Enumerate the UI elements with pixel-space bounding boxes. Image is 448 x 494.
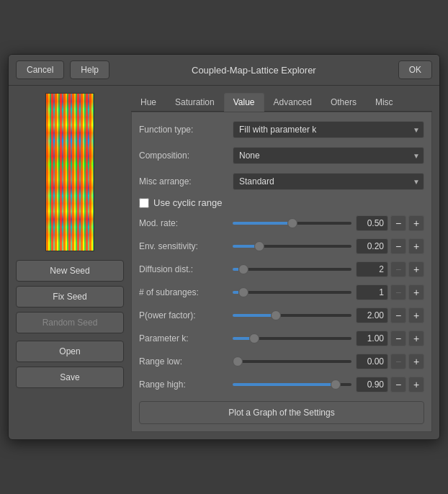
random-seed-button[interactable]: Random Seed (16, 312, 124, 333)
composition-row: Composition: None Add Multiply ▼ (139, 145, 424, 166)
cyclic-range-checkbox[interactable] (139, 198, 149, 208)
tab-content-value: Function type: Fill with parameter k Non… (131, 112, 432, 432)
function-type-row: Function type: Fill with parameter k Non… (139, 120, 424, 140)
parameter-k-label: Parameter k: (139, 333, 233, 343)
range-high-slider-container: − + (233, 377, 424, 392)
mod-rate-value[interactable] (356, 215, 388, 231)
range-high-label: Range high: (139, 380, 233, 390)
misc-arrange-row: Misc arrange: Standard Random Sorted ▼ (139, 171, 424, 192)
num-subranges-slider-container: − + (233, 284, 424, 300)
env-sensitivity-label: Env. sensitivity: (139, 241, 233, 251)
power-factor-plus-button[interactable]: + (408, 307, 424, 323)
range-low-slider[interactable] (233, 360, 351, 363)
range-low-slider-container: − + (233, 354, 424, 369)
save-button[interactable]: Save (16, 367, 124, 388)
misc-arrange-control: Standard Random Sorted ▼ (233, 173, 424, 190)
window-title: Coupled-Map-Lattice Explorer (115, 65, 393, 76)
range-high-value[interactable] (356, 377, 388, 392)
num-subranges-value[interactable] (356, 284, 388, 300)
parameter-k-slider-container: − + (233, 331, 424, 346)
num-subranges-row: # of subranges: − + (139, 283, 424, 302)
env-sensitivity-slider-container: − + (233, 238, 424, 254)
range-high-slider[interactable] (233, 383, 351, 386)
diffusion-dist-row: Diffusion dist.: − + (139, 260, 424, 279)
power-factor-minus-button[interactable]: − (390, 307, 406, 323)
cyclic-range-label: Use cyclic range (153, 197, 222, 208)
range-high-minus-button[interactable]: − (390, 377, 406, 392)
left-panel: New Seed Fix Seed Random Seed Open Save (16, 93, 124, 432)
tab-bar: Hue Saturation Value Advanced Others Mis… (131, 93, 432, 112)
mod-rate-slider-container: − + (233, 215, 424, 231)
num-subranges-minus-button[interactable]: − (390, 284, 406, 300)
parameter-k-slider[interactable] (233, 337, 351, 340)
main-content: New Seed Fix Seed Random Seed Open Save … (9, 86, 439, 439)
function-type-select[interactable]: Fill with parameter k None Linear Quadra… (233, 121, 424, 138)
plot-graph-button[interactable]: Plot a Graph of the Settings (139, 401, 424, 424)
range-high-plus-button[interactable]: + (408, 377, 424, 392)
diffusion-dist-plus-button[interactable]: + (408, 261, 424, 277)
num-subranges-plus-button[interactable]: + (408, 284, 424, 300)
diffusion-dist-slider[interactable] (233, 268, 351, 271)
function-type-label: Function type: (139, 125, 233, 135)
function-type-control: Fill with parameter k None Linear Quadra… (233, 121, 424, 138)
parameter-k-minus-button[interactable]: − (390, 331, 406, 346)
fix-seed-button[interactable]: Fix Seed (16, 286, 124, 307)
env-sensitivity-row: Env. sensitivity: − + (139, 237, 424, 256)
tab-misc[interactable]: Misc (366, 93, 403, 111)
misc-arrange-select[interactable]: Standard Random Sorted (233, 173, 424, 190)
tab-hue[interactable]: Hue (131, 93, 166, 111)
composition-select[interactable]: None Add Multiply (233, 147, 424, 164)
mod-rate-minus-button[interactable]: − (390, 215, 406, 231)
composition-label: Composition: (139, 151, 233, 161)
diffusion-dist-value[interactable] (356, 261, 388, 277)
misc-arrange-label: Misc arrange: (139, 176, 233, 187)
range-low-minus-button[interactable]: − (390, 354, 406, 369)
power-factor-slider[interactable] (233, 314, 351, 317)
power-factor-label: P(ower factor): (139, 310, 233, 320)
num-subranges-slider[interactable] (233, 291, 351, 294)
mod-rate-plus-button[interactable]: + (408, 215, 424, 231)
env-sensitivity-plus-button[interactable]: + (408, 238, 424, 254)
open-button[interactable]: Open (16, 341, 124, 362)
power-factor-slider-container: − + (233, 307, 424, 323)
power-factor-value[interactable] (356, 307, 388, 323)
parameter-k-plus-button[interactable]: + (408, 331, 424, 346)
diffusion-dist-slider-container: − + (233, 261, 424, 277)
range-low-row: Range low: − + (139, 352, 424, 371)
range-high-row: Range high: − + (139, 375, 424, 394)
main-window: Cancel Help Coupled-Map-Lattice Explorer… (8, 54, 440, 440)
open-save-group: Open Save (16, 341, 124, 388)
new-seed-button[interactable]: New Seed (16, 260, 124, 282)
range-low-value[interactable] (356, 354, 388, 369)
preview-image (45, 93, 94, 251)
composition-control: None Add Multiply ▼ (233, 147, 424, 164)
parameter-k-value[interactable] (356, 331, 388, 346)
range-low-label: Range low: (139, 356, 233, 367)
env-sensitivity-minus-button[interactable]: − (390, 238, 406, 254)
tab-advanced[interactable]: Advanced (264, 93, 321, 111)
mod-rate-label: Mod. rate: (139, 218, 233, 228)
mod-rate-row: Mod. rate: − + (139, 214, 424, 233)
power-factor-row: P(ower factor): − + (139, 306, 424, 325)
cancel-button[interactable]: Cancel (16, 60, 64, 79)
range-low-plus-button[interactable]: + (408, 354, 424, 369)
tab-value[interactable]: Value (224, 93, 264, 112)
env-sensitivity-value[interactable] (356, 238, 388, 254)
tab-others[interactable]: Others (321, 93, 366, 111)
title-bar: Cancel Help Coupled-Map-Lattice Explorer… (9, 55, 439, 86)
cyclic-range-row: Use cyclic range (139, 197, 424, 208)
env-sensitivity-slider[interactable] (233, 245, 351, 248)
num-subranges-label: # of subranges: (139, 287, 233, 297)
right-panel: Hue Saturation Value Advanced Others Mis… (131, 93, 432, 432)
help-button[interactable]: Help (70, 60, 109, 79)
diffusion-dist-label: Diffusion dist.: (139, 264, 233, 274)
diffusion-dist-minus-button[interactable]: − (390, 261, 406, 277)
ok-button[interactable]: OK (398, 60, 432, 79)
parameter-k-row: Parameter k: − + (139, 329, 424, 348)
sliders-container: Mod. rate: − + Env. sensitivity: (139, 214, 424, 394)
mod-rate-slider[interactable] (233, 222, 351, 225)
tab-saturation[interactable]: Saturation (166, 93, 224, 111)
